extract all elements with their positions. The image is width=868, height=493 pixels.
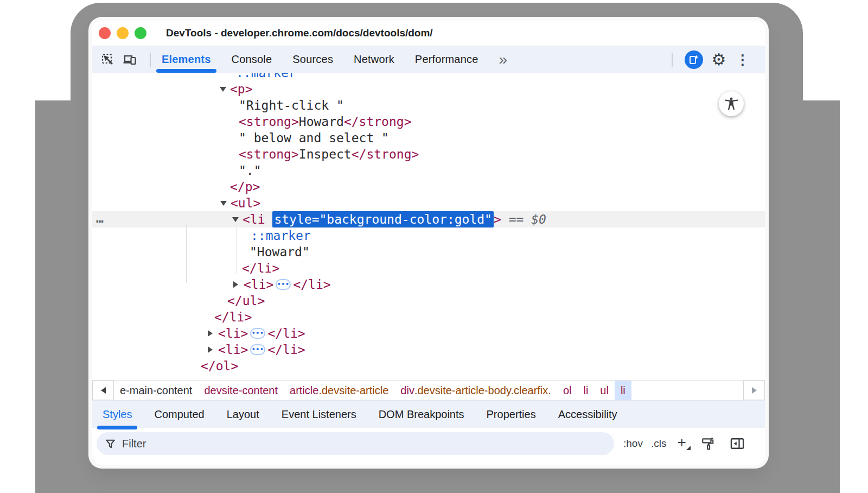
styles-tab-dom-breakpoints[interactable]: DOM Breakpoints (379, 401, 464, 428)
dom-row[interactable]: "Howard" (92, 244, 765, 260)
panel-tabs: ElementsConsoleSourcesNetworkPerformance (162, 46, 499, 73)
dollar-zero-token: $0 (531, 212, 546, 226)
ellipsis-expand-button[interactable]: ••• (276, 279, 291, 290)
styles-tab-layout[interactable]: Layout (227, 401, 259, 428)
dom-row[interactable]: </p> (92, 179, 765, 195)
breadcrumb-item[interactable]: li (615, 381, 631, 400)
breadcrumb-item[interactable]: article.devsite-article (284, 381, 394, 400)
selected-attribute-token: style="background-color:gold" (272, 211, 494, 227)
expander-arrow-icon[interactable] (208, 343, 218, 359)
filter-field[interactable] (97, 432, 614, 455)
dom-row[interactable]: "Right-click " (92, 97, 765, 113)
indent-guide (237, 227, 237, 274)
dom-row[interactable]: <strong>Inspect</strong> (92, 146, 765, 162)
element-classes-button[interactable]: .cls (651, 438, 667, 450)
zoom-window-button[interactable] (135, 27, 146, 39)
ellipsis-expand-button[interactable]: ••• (250, 344, 265, 355)
toggle-element-state-button[interactable]: :hov (623, 438, 643, 450)
breadcrumb-item[interactable]: li (577, 381, 594, 400)
tab-network[interactable]: Network (354, 46, 394, 73)
expander-arrow-icon[interactable] (220, 196, 231, 212)
dom-row[interactable]: </li> (92, 309, 765, 325)
breadcrumb-segment: article (290, 384, 318, 397)
styles-tab-accessibility[interactable]: Accessibility (558, 401, 617, 428)
filter-funnel-icon (105, 439, 116, 449)
tab-console[interactable]: Console (232, 46, 272, 73)
text-token: Howard (299, 115, 344, 129)
minimize-window-button[interactable] (117, 27, 129, 39)
titlebar: DevTools - developer.chrome.com/docs/dev… (92, 21, 765, 46)
dom-row[interactable]: <li>•••</li> (92, 325, 765, 342)
dom-tree: ::marker<p>"Right-click "<strong>Howard<… (92, 73, 765, 380)
text-token: " below and select " (239, 131, 389, 145)
dom-rows: ::marker<p>"Right-click "<strong>Howard<… (92, 73, 765, 374)
dom-row[interactable]: <p> (92, 81, 765, 97)
text-token: Inspect (299, 147, 352, 161)
device-toolbar-icon[interactable] (122, 52, 138, 68)
breadcrumb-scroll-left-button[interactable] (92, 381, 114, 400)
pseudo-element-token: ::marker (236, 73, 296, 80)
equals-token: == (501, 212, 531, 226)
tag-token: <li> (218, 326, 248, 340)
styles-tab-styles[interactable]: Styles (103, 401, 132, 428)
breadcrumb-item[interactable]: div.devsite-article-body.clearfix. (394, 381, 557, 400)
tag-token: </li> (267, 343, 305, 357)
breadcrumb-item[interactable]: e-main-content (114, 381, 198, 400)
dom-row[interactable]: </ul> (92, 293, 765, 309)
tab-performance[interactable]: Performance (415, 46, 478, 73)
expander-arrow-icon[interactable] (232, 212, 242, 229)
dom-row[interactable]: " below and select " (92, 130, 765, 146)
breadcrumb-segment: ol (563, 384, 572, 397)
dom-row[interactable]: ::marker (92, 73, 765, 81)
filter-input[interactable] (122, 438, 605, 450)
tab-elements[interactable]: Elements (162, 46, 211, 73)
overflow-dots-icon: … (96, 210, 104, 226)
page-background: DevTools - developer.chrome.com/docs/dev… (0, 0, 868, 493)
dom-row[interactable]: </ol> (92, 358, 765, 374)
text-token: "Howard" (250, 245, 310, 259)
inspect-icon[interactable] (100, 52, 116, 68)
dom-row[interactable]: </li> (92, 260, 765, 276)
dom-row[interactable]: <li>•••</li> (92, 342, 765, 358)
styles-tab-properties[interactable]: Properties (487, 401, 536, 428)
paint-brush-icon[interactable] (701, 437, 715, 451)
tag-token: </li> (293, 277, 330, 292)
tag-token: </li> (267, 326, 305, 340)
settings-gear-icon[interactable]: ⚙ (711, 52, 727, 68)
styles-tab-computed[interactable]: Computed (154, 401, 204, 428)
expander-arrow-icon[interactable] (220, 82, 230, 98)
tab-sources[interactable]: Sources (292, 46, 333, 73)
new-style-rule-button[interactable]: + (677, 435, 686, 450)
toggle-sidebar-icon[interactable] (730, 436, 745, 451)
tag-token: </strong> (352, 147, 419, 161)
dom-row[interactable]: <li>•••</li> (92, 276, 765, 293)
dom-row[interactable]: <strong>Howard</strong> (92, 113, 765, 130)
accessibility-button[interactable] (719, 91, 744, 116)
chevron-left-icon (101, 387, 106, 394)
more-tabs-icon[interactable]: » (499, 52, 508, 67)
breadcrumb-scroll-right-button[interactable] (743, 381, 765, 400)
close-window-button[interactable] (99, 27, 111, 39)
breadcrumb-item[interactable]: ul (594, 381, 615, 400)
ai-assistance-icon[interactable] (685, 50, 703, 69)
more-options-icon[interactable]: ⋮ (735, 52, 751, 68)
accessibility-person-icon (724, 96, 739, 111)
toolbar-separator (672, 53, 673, 67)
dom-row[interactable]: …<li style="background-color:gold"> == $… (92, 211, 765, 227)
ellipsis-expand-button[interactable]: ••• (250, 328, 265, 339)
dom-row[interactable]: ::marker (92, 227, 765, 244)
breadcrumb-segment: e-main-content (120, 384, 192, 397)
dom-row[interactable]: <ul> (92, 195, 765, 211)
expander-arrow-icon[interactable] (208, 326, 218, 343)
dom-row[interactable]: "." (92, 162, 765, 179)
expander-arrow-icon[interactable] (233, 277, 244, 294)
breadcrumb-segment: div (400, 384, 414, 397)
styles-filter-bar: :hov .cls + (92, 428, 765, 465)
breadcrumb-segment: li (583, 384, 588, 397)
styles-tab-event-listeners[interactable]: Event Listeners (282, 401, 356, 428)
tag-token: > (494, 212, 501, 226)
breadcrumb-item[interactable]: devsite-content (198, 381, 284, 400)
breadcrumb: e-main-contentdevsite-contentarticle.dev… (92, 380, 765, 400)
tag-token: <li> (218, 343, 248, 357)
breadcrumb-item[interactable]: ol (557, 381, 578, 400)
